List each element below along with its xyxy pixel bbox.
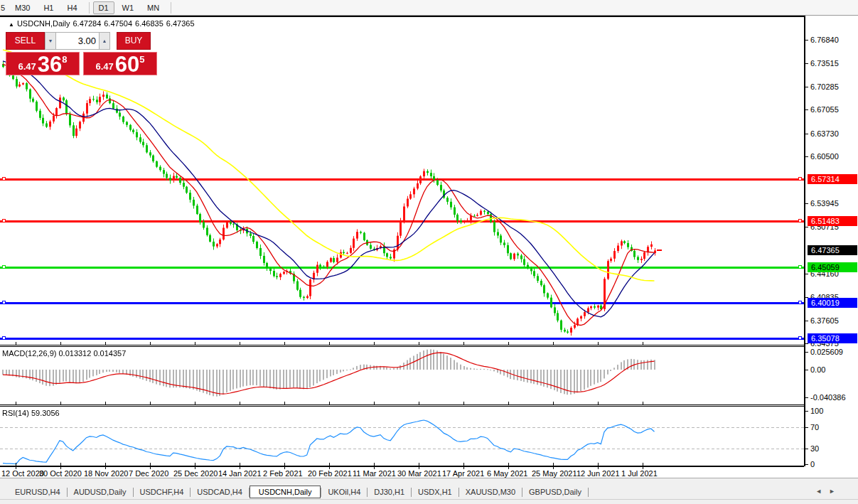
macd-axis-tick: 0.00 <box>810 365 825 374</box>
buy-price-box[interactable]: 6.47 60 5 <box>83 52 157 75</box>
sell-button[interactable]: SELL <box>6 32 45 50</box>
timeframe-button-m30[interactable]: M30 <box>9 1 36 14</box>
date-axis-label: 25 Dec 2020 <box>173 469 218 478</box>
volume-input[interactable] <box>56 32 99 50</box>
price-level-badge: 6.51483 <box>808 216 857 226</box>
window-gap-strip <box>0 478 858 485</box>
volume-increase-button[interactable]: ▲ <box>99 32 110 50</box>
date-axis-label: 18 Nov 2020 <box>84 469 128 478</box>
date-axis-label: 11 Mar 2021 <box>353 469 396 478</box>
buy-button[interactable]: BUY <box>117 32 151 50</box>
timeframe-toolbar: 5 M30H1H4D1W1MN <box>0 0 858 16</box>
chart-tab-usdcnh-daily[interactable]: USDCNH,Daily <box>250 486 321 498</box>
chart-tab-ukoil-h4[interactable]: UKOil,H4 <box>321 486 367 498</box>
date-axis-label: 1 Jul 2021 <box>621 469 658 478</box>
panel-separator[interactable] <box>0 406 804 407</box>
chart-tab-gbpusd-daily[interactable]: GBPUSD,Daily <box>522 486 588 498</box>
collapse-triangle-icon[interactable]: ▲ <box>9 21 14 28</box>
price-axis-tick: 6.53945 <box>810 199 839 208</box>
toolbar-separator <box>89 2 90 14</box>
timeframe-button-w1[interactable]: W1 <box>117 1 140 14</box>
tab-scroll-right-icon[interactable]: ► <box>829 488 842 495</box>
chart-tab-audusd-daily[interactable]: AUDUSD,Daily <box>68 486 133 498</box>
price-level-badge: 6.47365 <box>808 245 857 255</box>
chart-title: ▲USDCNH,Daily6.472846.475046.468356.4736… <box>9 19 198 28</box>
macd-axis-tick: 0.025609 <box>810 348 843 356</box>
macd-axis-tick: -0.040386 <box>810 393 846 402</box>
date-axis-label: 14 Jan 2021 <box>218 469 262 478</box>
date-axis-label: 17 Apr 2021 <box>442 469 484 478</box>
chart-tab-usdcad-h4[interactable]: USDCAD,H4 <box>191 486 249 498</box>
rsi-label: RSI(14) 59.3056 <box>2 409 60 417</box>
rsi-axis-tick: 70 <box>810 423 819 431</box>
toolbar-separator <box>171 2 171 14</box>
price-axis-tick: 6.67055 <box>810 105 839 114</box>
panel-separator[interactable] <box>0 346 804 347</box>
chart-tab-usdchf-h4[interactable]: USDCHF,H4 <box>134 486 191 498</box>
ohlc-low: 6.46835 <box>135 19 163 28</box>
timeframe-button-d1[interactable]: D1 <box>93 1 114 14</box>
price-level-badge: 6.40019 <box>808 298 857 308</box>
date-axis-label: 12 Oct 2020 <box>1 469 44 478</box>
chart-window: ▲USDCNH,Daily6.472846.475046.468356.4736… <box>0 16 858 478</box>
price-axis-tick: 6.37605 <box>810 316 839 325</box>
sell-price-prefix: 6.47 <box>18 61 36 75</box>
rsi-axis-tick: 0 <box>810 460 815 468</box>
timeframe-button-mn[interactable]: MN <box>141 1 165 14</box>
one-click-trade-panel: SELL ▼ ▲ BUY 6.47 36 8 6.47 60 5 <box>6 32 157 75</box>
sell-price-sup: 8 <box>62 53 67 75</box>
price-axis[interactable]: 6.768406.735156.702856.670556.637306.605… <box>804 16 858 466</box>
price-level-badge: 6.57314 <box>808 174 857 184</box>
chart-tab-bar: EURUSD,H4AUDUSD,DailyUSDCHF,H4USDCAD,H4U… <box>0 485 858 499</box>
ohlc-close: 6.47365 <box>166 19 195 28</box>
panel-separator[interactable] <box>0 345 804 345</box>
timeframe-button-m5-partial[interactable]: 5 <box>1 4 6 12</box>
price-axis-tick: 6.63730 <box>810 129 839 138</box>
tab-scroll-left-icon[interactable]: ◄ <box>815 488 829 495</box>
date-axis-label: 7 Dec 2020 <box>129 469 168 478</box>
chart-tab-eurusd-h4[interactable]: EURUSD,H4 <box>9 486 67 498</box>
timeframe-button-h4[interactable]: H4 <box>61 1 82 14</box>
tab-scroll-arrows: ◄► <box>815 488 842 495</box>
timeframe-button-h1[interactable]: H1 <box>38 1 59 14</box>
tab-separator <box>588 488 589 497</box>
trading-terminal: 5 M30H1H4D1W1MN ▲USDCNH,Daily6.472846.47… <box>0 0 858 504</box>
chart-tab-usdx-h1[interactable]: USDX,H1 <box>412 486 459 498</box>
rsi-axis-tick: 30 <box>810 444 819 453</box>
date-axis-label: 20 Feb 2021 <box>308 469 352 478</box>
ohlc-high: 6.47504 <box>104 19 132 28</box>
date-axis-label: 30 Oct 2020 <box>39 469 82 478</box>
sell-price-big: 36 <box>38 53 62 75</box>
sell-price-box[interactable]: 6.47 36 8 <box>6 52 80 75</box>
price-axis-tick: 6.73515 <box>810 59 839 68</box>
panel-separator[interactable] <box>0 404 804 405</box>
buy-price-big: 60 <box>115 53 139 75</box>
date-axis-label: 2 Feb 2021 <box>263 469 303 478</box>
rsi-indicator-canvas[interactable] <box>0 407 804 466</box>
date-axis-label: 12 Jun 2021 <box>577 469 620 478</box>
chart-tab-dj30-h1[interactable]: DJ30,H1 <box>368 486 411 498</box>
rsi-axis-tick: 100 <box>810 407 823 415</box>
date-axis-label: 30 Mar 2021 <box>397 469 441 478</box>
macd-label: MACD(12,26,9) 0.013312 0.014357 <box>2 349 126 358</box>
date-axis[interactable]: 12 Oct 202030 Oct 202018 Nov 20207 Dec 2… <box>0 467 804 478</box>
price-axis-tick: 6.76840 <box>810 36 839 44</box>
date-axis-label: 25 May 2021 <box>532 469 577 478</box>
price-axis-tick: 6.70285 <box>810 82 839 91</box>
chart-tab-xauusd-m30[interactable]: XAUUSD,M30 <box>459 486 522 498</box>
ohlc-open: 6.47284 <box>73 19 101 28</box>
buy-price-prefix: 6.47 <box>95 61 113 75</box>
date-axis-label: 6 May 2021 <box>487 469 527 478</box>
status-strip <box>0 499 858 504</box>
volume-decrease-button[interactable]: ▼ <box>45 32 56 50</box>
price-level-badge: 6.35078 <box>808 333 857 343</box>
price-axis-tick: 6.60500 <box>810 152 839 161</box>
price-level-badge: 6.45059 <box>808 262 857 272</box>
chart-symbol-label: USDCNH,Daily <box>17 19 70 28</box>
buy-price-sup: 5 <box>139 53 144 75</box>
